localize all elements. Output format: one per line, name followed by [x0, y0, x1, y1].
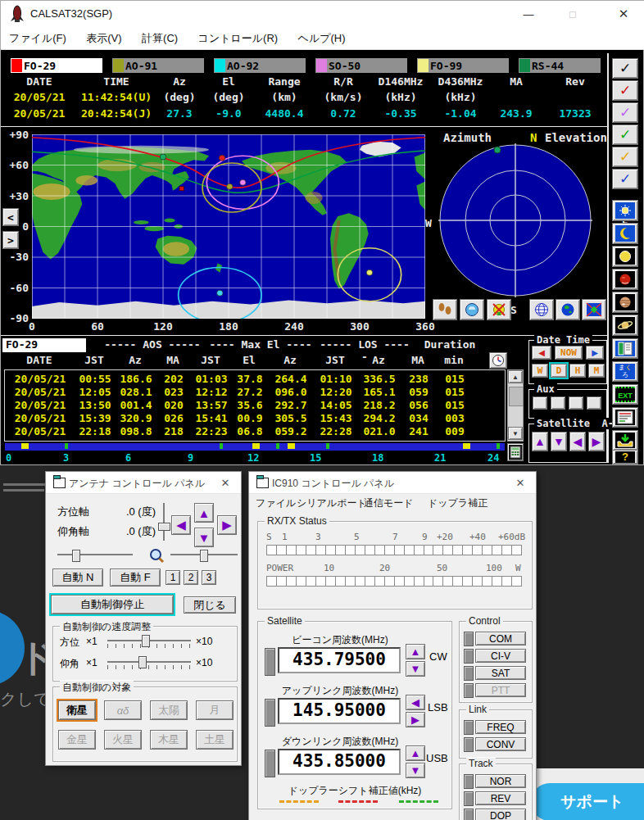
- conv-button[interactable]: CONV: [475, 737, 526, 751]
- toggle-sat1-button[interactable]: ✓: [612, 58, 638, 79]
- close-button[interactable]: ✕: [605, 2, 642, 26]
- antenna-panel-close[interactable]: ✕: [215, 474, 236, 491]
- globe-view-button[interactable]: [529, 299, 554, 320]
- step-minute-button[interactable]: M: [588, 364, 605, 378]
- speed-el-handle[interactable]: [138, 656, 147, 668]
- ic910-menu-file[interactable]: ファイル: [256, 496, 296, 510]
- preset-3-button[interactable]: 3: [202, 570, 216, 585]
- target-sun-button[interactable]: 太陽: [150, 700, 188, 720]
- scroll-up-button[interactable]: ▲: [508, 370, 523, 383]
- com-button[interactable]: COM: [475, 632, 526, 646]
- target-mars-button[interactable]: 火星: [104, 730, 142, 750]
- target-moon-button[interactable]: 月: [196, 700, 234, 720]
- satellite-left-button[interactable]: ◀: [569, 432, 586, 451]
- target-satellite-button[interactable]: 衛星: [58, 700, 96, 720]
- time-back-button[interactable]: ◀: [532, 346, 551, 360]
- aux-button-4[interactable]: [587, 396, 601, 410]
- beacon-frequency-field[interactable]: 435.79500: [278, 647, 401, 673]
- magnifier-icon[interactable]: [147, 546, 166, 564]
- support-button[interactable]: サポート: [531, 783, 644, 820]
- toggle-sat4-button[interactable]: ✓: [612, 125, 638, 145]
- aos-row[interactable]: 20/05/2113:50001.402013:5735.6292.714:05…: [5, 399, 505, 412]
- pass-timeline[interactable]: [4, 442, 506, 451]
- import-button[interactable]: [612, 430, 638, 451]
- minimize-button[interactable]: —: [510, 2, 546, 26]
- close-panel-button[interactable]: 閉じる: [184, 596, 236, 614]
- antenna-left-button[interactable]: ◀: [171, 515, 191, 535]
- logbook-button[interactable]: [612, 338, 638, 359]
- ext-button[interactable]: EXT: [612, 384, 638, 405]
- downlink-down-button[interactable]: ▼: [406, 763, 425, 778]
- uplink-left-button[interactable]: ◀: [406, 695, 425, 710]
- az-fine-slider-handle[interactable]: [72, 550, 80, 562]
- uplink-frequency-field[interactable]: 145.95000: [278, 698, 401, 724]
- beacon-up-button[interactable]: ▲: [406, 644, 425, 659]
- auto-stop-button[interactable]: 自動制御停止: [51, 595, 174, 614]
- ic910-panel-close[interactable]: ✕: [510, 474, 531, 491]
- preset-1-button[interactable]: 1: [166, 570, 180, 585]
- vertical-slider-track[interactable]: [163, 503, 165, 541]
- sun-button[interactable]: [612, 200, 638, 221]
- aos-satellite-box[interactable]: FO-29: [2, 338, 86, 352]
- preset-2-button[interactable]: 2: [184, 570, 198, 585]
- aux-button-3[interactable]: [569, 396, 583, 410]
- aux-button-1[interactable]: [533, 396, 547, 410]
- antenna-up-button[interactable]: ▲: [194, 503, 214, 523]
- aux-button-2[interactable]: [551, 396, 565, 410]
- uplink-right-button[interactable]: ▶: [406, 712, 425, 727]
- step-week-button[interactable]: W: [532, 364, 548, 378]
- calculator-button[interactable]: [507, 443, 524, 461]
- aos-scrollbar[interactable]: ▲ ▼: [507, 369, 524, 442]
- speed-az-handle[interactable]: [142, 635, 150, 647]
- target-venus-button[interactable]: 金星: [58, 730, 96, 750]
- ptt-button[interactable]: PTT: [475, 683, 526, 697]
- auto-f-button[interactable]: 自動 F: [110, 569, 161, 587]
- ic910-panel-titlebar[interactable]: IC910 コントロール パネル ✕: [249, 472, 536, 494]
- speed-el-track[interactable]: [107, 661, 191, 663]
- antenna-stop-button[interactable]: [487, 299, 511, 320]
- tab-rs44[interactable]: RS-44: [519, 58, 601, 73]
- aos-row[interactable]: 20/05/2122:18098.821822:2306.8059.222:28…: [5, 425, 505, 438]
- saturn-button[interactable]: [612, 315, 638, 336]
- notes-button[interactable]: [612, 407, 638, 428]
- aos-row[interactable]: 20/05/2115:39320.902615:4100.9305.515:43…: [5, 412, 505, 425]
- time-now-button[interactable]: NOW: [555, 346, 583, 360]
- map-pan-right-button[interactable]: >: [2, 231, 19, 249]
- step-day-button[interactable]: D: [551, 364, 567, 378]
- vertical-slider-handle[interactable]: [158, 523, 170, 531]
- satellite-up-button[interactable]: ▲: [532, 432, 548, 451]
- menu-view[interactable]: 表示(V): [78, 27, 129, 50]
- antenna-panel-titlebar[interactable]: アンテナ コントロール パネル ✕: [46, 472, 241, 494]
- scroll-thumb[interactable]: [509, 387, 524, 406]
- earth-view-button[interactable]: [556, 299, 580, 320]
- satellite-right-button[interactable]: ▶: [588, 432, 605, 451]
- toggle-sat6-button[interactable]: ✓: [612, 169, 638, 189]
- tab-fo99[interactable]: FO-99: [417, 58, 509, 73]
- downlink-frequency-field[interactable]: 435.85000: [278, 749, 401, 775]
- clock-button[interactable]: [489, 352, 507, 369]
- civ-button[interactable]: CI-V: [475, 649, 526, 663]
- maximize-button[interactable]: □: [555, 2, 591, 26]
- target-saturn-button[interactable]: 土星: [196, 730, 234, 750]
- tab-ao92[interactable]: AO-92: [214, 58, 306, 73]
- sat-button[interactable]: SAT: [475, 666, 526, 680]
- map-pan-left-button[interactable]: <: [2, 208, 19, 226]
- beacon-down-button[interactable]: ▼: [406, 661, 425, 677]
- auto-n-button[interactable]: 自動 N: [52, 569, 103, 587]
- freq-button[interactable]: FREQ: [475, 720, 526, 734]
- antenna-right-button[interactable]: ▶: [217, 515, 237, 535]
- ic910-menu-doppler[interactable]: ドップラ補正: [428, 496, 488, 510]
- track-map-button[interactable]: [582, 299, 606, 320]
- toggle-sat2-button[interactable]: ✓: [612, 80, 638, 101]
- menu-control[interactable]: コントロール(R): [190, 27, 287, 50]
- full-moon-button[interactable]: [612, 246, 638, 267]
- menu-calc[interactable]: 計算(C): [134, 27, 186, 50]
- ic910-menu-commmode[interactable]: 通信モード: [364, 496, 414, 510]
- help-button[interactable]: ?: [612, 450, 638, 464]
- mars-button[interactable]: [612, 269, 638, 290]
- toggle-sat5-button[interactable]: ✓: [612, 147, 638, 167]
- world-map[interactable]: [32, 134, 425, 319]
- menu-file[interactable]: ファイル(F): [1, 27, 75, 50]
- menu-help[interactable]: ヘルプ(H): [290, 27, 354, 50]
- aos-row[interactable]: 20/05/2112:05028.102312:1227.2096.012:20…: [5, 386, 505, 399]
